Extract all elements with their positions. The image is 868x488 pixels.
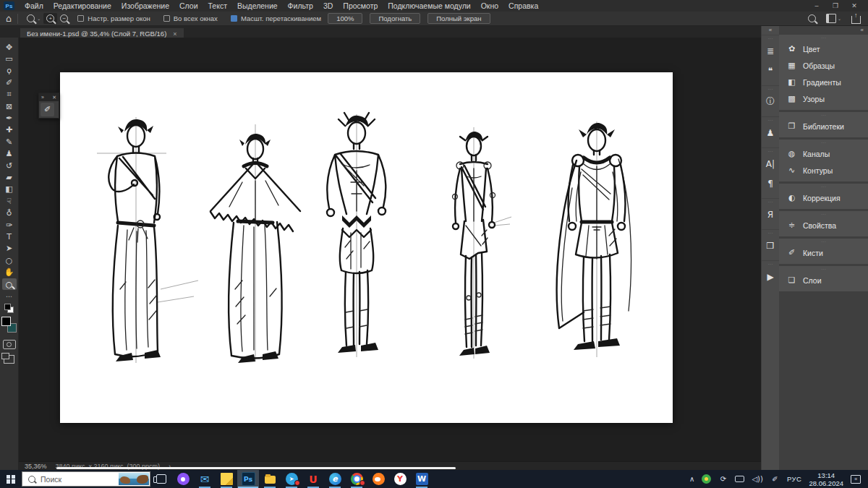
taskbar-app-alice[interactable] <box>172 470 194 488</box>
tray-display[interactable] <box>735 476 744 482</box>
zoom-out-button[interactable]: − <box>57 13 71 24</box>
action-center-icon[interactable]: ≡ <box>851 475 861 484</box>
taskbar-app-edge[interactable]: e <box>324 470 346 488</box>
taskbar-app-yandex[interactable]: Y <box>389 470 411 488</box>
menu-select[interactable]: Выделение <box>232 0 283 12</box>
dock-paragraph-panel-icon[interactable]: ¶ <box>762 174 779 193</box>
taskbar-app-sticky-notes[interactable] <box>216 470 237 488</box>
tool-move-tool[interactable]: ✥ <box>2 41 17 53</box>
panel-tab-patterns[interactable]: ▩ Узоры <box>779 90 868 107</box>
panel-tab-libraries[interactable]: ❐ Библиотеки <box>779 118 868 134</box>
search-icon[interactable] <box>808 14 816 22</box>
dock-history-panel-icon[interactable]: ≣ <box>762 41 779 61</box>
panel-tab-adjustments[interactable]: ◐ Коррекция <box>779 189 868 206</box>
toolbar-ellipsis-icon[interactable]: ⋯ <box>6 293 12 300</box>
home-icon[interactable]: ⌂ <box>6 12 12 25</box>
dock-timeline-panel-icon[interactable]: ▶ <box>762 267 779 286</box>
checkbox-resize-windows[interactable]: Настр. размер окон <box>77 14 150 22</box>
tool-zoom-tool[interactable]: ○ <box>2 278 17 290</box>
taskbar-app-explorer[interactable] <box>259 470 281 488</box>
button-fit-screen[interactable]: Подогнать <box>370 13 420 24</box>
panel-tab-brushes[interactable]: ✐ Кисти <box>779 244 868 261</box>
tool-dodge-tool[interactable]: ♁ <box>2 207 17 218</box>
language-indicator[interactable]: РУС <box>787 475 802 483</box>
taskbar-app-opera[interactable]: U <box>302 470 324 488</box>
tool-smudge-tool[interactable]: ☟ <box>2 195 17 207</box>
share-icon[interactable] <box>851 16 861 24</box>
panel-tab-paths[interactable]: ∿ Контуры <box>779 162 868 179</box>
restore-icon[interactable]: ❐ <box>826 2 845 9</box>
brush-tool-icon[interactable]: ✐ <box>41 103 54 116</box>
start-button[interactable] <box>0 470 22 488</box>
menu-plugins[interactable]: Подключаемые модули <box>383 0 475 12</box>
expand-panel-icon[interactable]: » <box>41 95 44 100</box>
zoom-tool-preset[interactable]: ⌄ <box>24 13 43 24</box>
tool-crop-tool[interactable]: ⌗ <box>2 89 17 100</box>
tool-marquee-tool[interactable]: ▭ <box>2 53 17 64</box>
color-swatches[interactable] <box>1 317 17 333</box>
menu-help[interactable]: Справка <box>503 0 543 12</box>
task-view-button[interactable] <box>150 470 172 488</box>
dock-comments-panel-icon[interactable]: ❝ <box>762 61 779 80</box>
quick-mask-button[interactable] <box>3 340 16 349</box>
workspace-icon[interactable] <box>826 14 836 23</box>
tray-pen[interactable]: ✐ <box>770 475 780 483</box>
panel-tab-channels[interactable]: ◍ Каналы <box>779 145 868 162</box>
checkbox-scrubby-zoom[interactable]: Масшт. перетаскиванием <box>231 14 321 22</box>
dock-character-panel-icon[interactable]: A| <box>762 154 779 174</box>
tool-type-tool[interactable]: T <box>2 231 17 242</box>
button-full-screen[interactable]: Полный экран <box>427 13 490 24</box>
tool-eraser-tool[interactable]: ▰ <box>2 171 17 183</box>
tool-pen-tool[interactable]: ✑ <box>2 219 17 231</box>
dock-3d-panel-icon[interactable]: ❒ <box>762 236 779 255</box>
screen-mode-button[interactable] <box>4 355 14 364</box>
menu-type[interactable]: Текст <box>203 0 232 12</box>
collapse-dock-icon[interactable]: « <box>762 26 779 35</box>
tool-history-brush-tool[interactable]: ↺ <box>2 160 17 171</box>
tool-eyedropper-tool[interactable]: ✒ <box>2 112 17 124</box>
search-input[interactable]: Поиск <box>22 471 150 487</box>
panel-tab-swatches[interactable]: ▦ Образцы <box>779 57 868 74</box>
tool-hand-tool[interactable]: ✋ <box>2 266 17 278</box>
taskbar-app-blender[interactable] <box>367 470 389 488</box>
checkbox-all-windows[interactable]: Во всех окнах <box>163 14 218 22</box>
menu-layers[interactable]: Слои <box>174 0 203 12</box>
minimize-icon[interactable]: – <box>807 2 826 9</box>
dock-glyphs-panel-icon[interactable]: Я <box>762 205 779 224</box>
menu-window[interactable]: Окно <box>476 0 503 12</box>
tool-brush-tool[interactable]: ✎ <box>2 136 17 147</box>
taskbar-app-word[interactable]: W <box>411 470 433 488</box>
menu-view[interactable]: Просмотр <box>338 0 383 12</box>
tool-clone-stamp-tool[interactable]: ♟ <box>2 148 17 160</box>
taskbar-app-mail[interactable]: ✉ <box>194 470 216 488</box>
canvas[interactable]: Standing figure in draped toga with laur… <box>60 72 673 423</box>
taskbar-app-photoshop[interactable]: Ps <box>237 470 259 488</box>
button-zoom-100[interactable]: 100% <box>328 13 362 24</box>
panel-tab-gradients[interactable]: ◧ Градиенты <box>779 74 868 90</box>
hidden-icons-chevron[interactable]: ∧ <box>689 475 694 483</box>
tool-gradient-tool[interactable]: ◧ <box>2 184 17 195</box>
panel-tab-properties[interactable]: ≑ Свойства <box>779 217 868 234</box>
menu-file[interactable]: Файл <box>20 0 48 12</box>
panel-tab-layers[interactable]: ❏ Слои <box>779 272 868 288</box>
tray-volume[interactable]: ◁)) <box>752 475 763 483</box>
taskbar-app-chrome[interactable] <box>346 470 367 488</box>
tab-close-icon[interactable]: × <box>173 30 176 38</box>
tool-path-selection-tool[interactable]: ➤ <box>2 243 17 254</box>
tool-ellipse-tool[interactable]: ○ <box>2 254 17 266</box>
dock-clone-source-panel-icon[interactable]: ♟ <box>762 123 779 142</box>
tool-healing-brush-tool[interactable]: ✚ <box>2 124 17 136</box>
foreground-color-swatch[interactable] <box>1 317 11 326</box>
menu-image[interactable]: Изображение <box>116 0 174 12</box>
taskbar-app-telegram[interactable]: ➤ <box>281 470 302 488</box>
zoom-in-button[interactable]: + <box>43 13 57 24</box>
menu-3d[interactable]: 3D <box>318 0 338 12</box>
default-colors-icon[interactable] <box>4 304 14 313</box>
dock-info-panel-icon[interactable]: ⓘ <box>762 92 779 111</box>
clock[interactable]: 13:14 28.06.2024 <box>809 471 843 487</box>
panel-tab-color[interactable]: ✿ Цвет <box>779 40 868 57</box>
tool-lasso-tool[interactable]: ϙ <box>2 65 17 77</box>
tray-sync[interactable]: ⟳ <box>718 475 728 483</box>
close-icon[interactable]: ✕ <box>52 95 56 100</box>
zoom-level-field[interactable]: 35,36% <box>25 463 47 470</box>
